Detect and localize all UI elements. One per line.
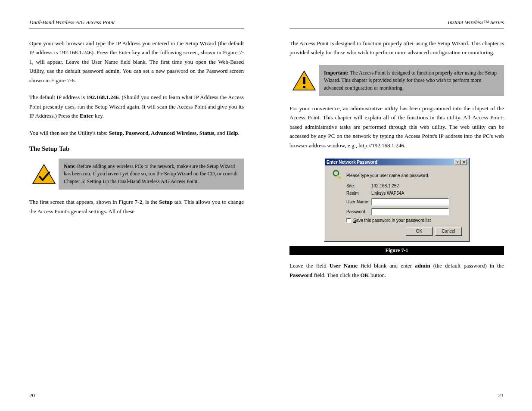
left-setup-intro: The first screen that appears, shown in … (29, 197, 244, 216)
page-number-left: 20 (29, 392, 35, 399)
password-dialog-figure: Enter Network Password ? × (324, 158, 470, 242)
svg-marker-0 (33, 165, 55, 184)
right-column: Instant Wireless™ Series The Access Poin… (289, 18, 504, 287)
dialog-button-row: OK Cancel (330, 227, 462, 236)
note-callout-text: Note: Before adding any wireless PCs to … (59, 159, 244, 190)
right-header-series: Instant Wireless™ Series (448, 19, 504, 26)
dialog-titlebar: Enter Network Password ? × (325, 159, 469, 165)
dialog-site-row: Site: 192.168.1.252 (346, 184, 464, 188)
right-header-rule: Instant Wireless™ Series (289, 18, 504, 28)
key-icon (333, 170, 344, 181)
titlebar-buttons: ? × (454, 159, 467, 165)
username-input[interactable] (371, 198, 449, 206)
dialog-save-row: Save this password in your password list (346, 218, 464, 223)
left-header-rule: Dual-Band Wireless A/G Access Point (29, 18, 244, 28)
page-number-right: 21 (498, 392, 504, 399)
ok-button[interactable]: OK (406, 227, 432, 236)
note-label: Note: (64, 163, 76, 169)
ip-note-e: key. (93, 112, 104, 119)
save-password-label: Save this password in your password list (353, 218, 431, 223)
dialog-realm-row: Realm Linksys WAP54A (346, 191, 464, 196)
left-header-product: Dual-Band Wireless A/G Access Point (29, 19, 115, 26)
note-body: Before adding any wireless PCs to the ne… (64, 163, 238, 184)
cancel-button[interactable]: Cancel (435, 227, 462, 236)
figure-caption: Figure 7-1 (289, 246, 504, 255)
password-label: Password (346, 209, 371, 214)
note-callout: Note: Before adding any wireless PCs to … (29, 159, 244, 190)
left-column: Dual-Band Wireless A/G Access Point Open… (29, 18, 244, 224)
important-callout-text: Important: The Access Point is designed … (319, 65, 504, 96)
dialog-username-row: User Name (346, 198, 464, 206)
username-label: User Name (346, 199, 371, 204)
left-tabs-intro: You will then see the Utility's tabs: Se… (29, 128, 244, 137)
svg-rect-2 (303, 77, 305, 84)
realm-label: Realm (346, 191, 371, 196)
dialog-title: Enter Network Password (327, 160, 454, 165)
password-input[interactable] (371, 208, 449, 215)
realm-value: Linksys WAP54A (371, 191, 464, 196)
help-button[interactable]: ? (454, 159, 460, 165)
right-overview-body: For your convenience, an administrative … (289, 104, 504, 150)
left-setup-heading: The Setup Tab (29, 145, 244, 153)
site-value: 192.168.1.252 (371, 184, 464, 188)
important-label: Important: (324, 70, 348, 76)
left-body-ip-note: The default IP address is 192.168.1.246.… (29, 93, 244, 120)
dialog-key-icon-cell (330, 170, 346, 181)
password-dialog: Enter Network Password ? × (324, 158, 470, 242)
check-triangle-icon (32, 164, 56, 184)
ip-note-b: 192.168.1.246 (87, 94, 119, 100)
warning-triangle-icon (292, 70, 316, 91)
right-step2: Leave the field User Name field blank an… (289, 261, 504, 280)
dialog-password-row: Password (346, 208, 464, 215)
document-page: Dual-Band Wireless A/G Access Point Open… (0, 0, 532, 411)
dialog-prompt-row: Please type your user name and password. (330, 170, 464, 181)
left-body-p2: Open your web browser and type the IP Ad… (29, 39, 244, 85)
dialog-prompt: Please type your user name and password. (346, 173, 464, 178)
ip-note-d: Enter (80, 112, 93, 119)
note-icon-cell (29, 159, 59, 190)
save-password-checkbox[interactable] (346, 218, 351, 223)
right-body-p1: The Access Point is designed to function… (289, 39, 504, 57)
dialog-body: Please type your user name and password.… (325, 165, 469, 241)
ip-note-a: The default IP address is (29, 94, 87, 100)
svg-rect-3 (303, 86, 305, 88)
important-body: The Access Point is designed to function… (324, 70, 497, 91)
close-button[interactable]: × (461, 159, 467, 165)
site-label: Site: (346, 184, 371, 188)
important-callout: Important: The Access Point is designed … (289, 65, 504, 96)
important-icon-cell (289, 65, 319, 96)
